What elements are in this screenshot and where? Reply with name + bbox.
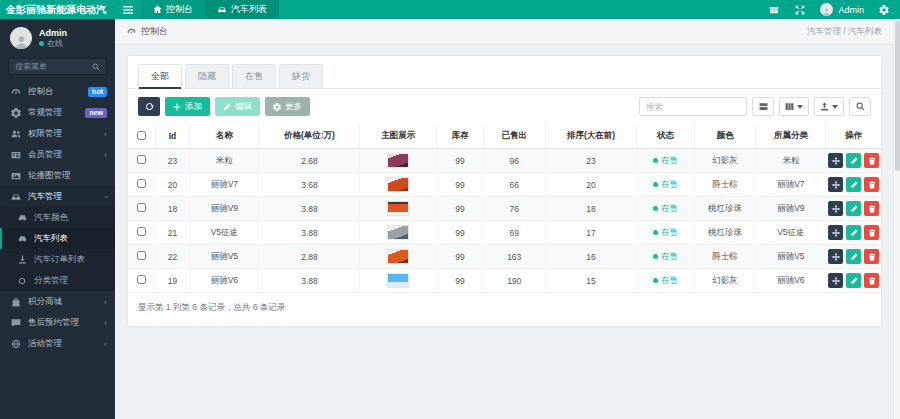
- toggle-view-button[interactable]: [752, 97, 774, 116]
- edit-row-button[interactable]: [846, 273, 861, 288]
- delete-row-button[interactable]: [864, 153, 879, 168]
- move-button[interactable]: [828, 153, 843, 168]
- move-button[interactable]: [828, 201, 843, 216]
- cell-name: V5征途: [190, 221, 259, 245]
- row-actions: [828, 201, 879, 216]
- sidebar-item-car-management[interactable]: 汽车管理 ‹: [0, 186, 115, 207]
- sidebar-item-dashboard[interactable]: 控制台 hot: [0, 81, 115, 102]
- status-badge: 在售: [653, 251, 678, 263]
- product-thumbnail[interactable]: [387, 153, 409, 168]
- filter-tabs: 全部 隐藏 在售 缺货: [128, 56, 881, 89]
- product-thumbnail[interactable]: [387, 201, 409, 216]
- refresh-icon: [145, 102, 154, 111]
- move-button[interactable]: [828, 177, 843, 192]
- row-checkbox[interactable]: [137, 179, 146, 188]
- edit-row-button[interactable]: [846, 225, 861, 240]
- chat-icon: [11, 318, 21, 328]
- select-all-checkbox[interactable]: [137, 131, 146, 140]
- row-checkbox[interactable]: [137, 251, 146, 260]
- move-button[interactable]: [828, 249, 843, 264]
- delete-row-button[interactable]: [864, 273, 879, 288]
- status-dot: [653, 278, 658, 283]
- cell-sort: 18: [545, 197, 637, 221]
- scrollbar-thumb[interactable]: [895, 21, 900, 171]
- columns-button[interactable]: [779, 97, 809, 116]
- cell-category: 丽驰V7: [756, 173, 826, 197]
- sidebar-item-members[interactable]: 会员管理 ‹: [0, 144, 115, 165]
- settings-gear-icon[interactable]: [878, 4, 890, 16]
- edit-row-button[interactable]: [846, 249, 861, 264]
- chevron-left-icon: ‹: [104, 318, 107, 328]
- cell-price: 3.88: [259, 221, 360, 245]
- car-icon: [11, 192, 21, 202]
- sidebar-item-activities[interactable]: 活动管理 ‹: [0, 333, 115, 354]
- tab-onsale[interactable]: 在售: [232, 64, 276, 88]
- tab-all[interactable]: 全部: [138, 64, 182, 88]
- cell-color: 爵士棕: [694, 173, 756, 197]
- page-scrollbar[interactable]: [893, 19, 900, 419]
- home-icon: [153, 5, 162, 14]
- sidebar-item-general[interactable]: 常规管理 new: [0, 102, 115, 123]
- delete-row-button[interactable]: [864, 225, 879, 240]
- topbar-tab-car-list[interactable]: 汽车列表: [205, 0, 279, 19]
- product-thumbnail[interactable]: [387, 273, 409, 288]
- page-title: 控制台: [127, 25, 168, 38]
- cell-id: 18: [155, 197, 190, 221]
- hamburger-icon: [123, 6, 133, 14]
- tab-outofstock[interactable]: 缺货: [279, 64, 323, 88]
- refresh-button[interactable]: [138, 97, 160, 116]
- online-dot: [39, 41, 44, 46]
- chevron-left-icon: ‹: [104, 150, 107, 160]
- product-thumbnail[interactable]: [387, 177, 409, 192]
- row-checkbox[interactable]: [137, 227, 146, 236]
- sidebar-item-car-list[interactable]: 汽车列表: [0, 228, 115, 249]
- delete-row-button[interactable]: [864, 249, 879, 264]
- toolbar: 添加 编辑 更多: [128, 89, 881, 124]
- dashboard-icon: [127, 27, 136, 36]
- cell-sort: 15: [545, 269, 637, 293]
- search-icon: [92, 63, 100, 71]
- export-button[interactable]: [814, 97, 844, 116]
- sidebar-item-aftersales[interactable]: 售后预约管理 ‹: [0, 312, 115, 333]
- sidebar-search-input[interactable]: [15, 62, 92, 71]
- edit-row-button[interactable]: [846, 153, 861, 168]
- sidebar-item-categories[interactable]: 分类管理: [0, 270, 115, 291]
- delete-row-button[interactable]: [864, 177, 879, 192]
- sidebar-search[interactable]: [8, 58, 107, 75]
- chevron-down-icon: ‹: [101, 195, 111, 198]
- delete-row-button[interactable]: [864, 201, 879, 216]
- cache-icon[interactable]: [768, 4, 780, 16]
- status-dot: [653, 158, 658, 163]
- cell-name: 丽驰V7: [190, 173, 259, 197]
- edit-row-button[interactable]: [846, 177, 861, 192]
- fullscreen-icon[interactable]: [794, 4, 806, 16]
- sidebar-item-car-orders[interactable]: 汽车订单列表: [0, 249, 115, 270]
- row-checkbox[interactable]: [137, 275, 146, 284]
- tab-hidden[interactable]: 隐藏: [185, 64, 229, 88]
- user-menu[interactable]: Admin: [820, 3, 864, 16]
- sidebar-item-carousel[interactable]: 轮播图管理: [0, 165, 115, 186]
- move-button[interactable]: [828, 225, 843, 240]
- move-button[interactable]: [828, 273, 843, 288]
- sidebar-item-car-colors[interactable]: 汽车颜色: [0, 207, 115, 228]
- sidebar-item-permissions[interactable]: 权限管理 ‹: [0, 123, 115, 144]
- row-checkbox[interactable]: [137, 203, 146, 212]
- table-search-input[interactable]: [639, 97, 747, 116]
- row-checkbox[interactable]: [137, 155, 146, 164]
- product-thumbnail[interactable]: [387, 225, 409, 240]
- edit-row-button[interactable]: [846, 201, 861, 216]
- add-button[interactable]: 添加: [165, 97, 210, 116]
- more-button[interactable]: 更多: [265, 97, 310, 116]
- select-all-header: [128, 124, 155, 149]
- table-row: 21 V5征途 3.88 99 69 17 在售 桃红珍珠 V5征途: [128, 221, 881, 245]
- sidebar-item-points-mall[interactable]: 积分商城 ‹: [0, 291, 115, 312]
- menu-toggle-button[interactable]: [115, 0, 141, 19]
- gear-icon: [11, 108, 21, 118]
- edit-button[interactable]: 编辑: [215, 97, 260, 116]
- cell-sort: 16: [545, 245, 637, 269]
- product-thumbnail[interactable]: [387, 249, 409, 264]
- cell-name: 丽驰V5: [190, 245, 259, 269]
- search-button[interactable]: [849, 97, 871, 116]
- topbar-tab-dashboard[interactable]: 控制台: [141, 0, 205, 19]
- car-submenu: 汽车颜色 汽车列表 汽车订单列表 分类管理: [0, 207, 115, 291]
